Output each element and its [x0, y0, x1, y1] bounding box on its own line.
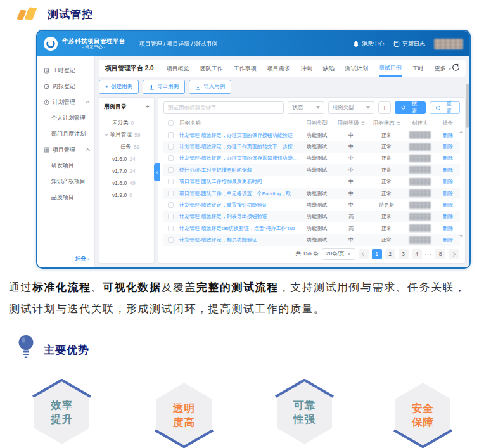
advantage-hex-reliability: 可靠 性强	[274, 379, 335, 445]
creator-avatar	[409, 213, 431, 221]
select-all-checkbox[interactable]	[168, 120, 174, 126]
table-header: 用例名称 用例类型 用例等级 用例状态 创建人 操作	[163, 118, 460, 129]
row-checkbox[interactable]	[168, 202, 174, 208]
tree-node-v180[interactable]: v1.8.049	[103, 177, 151, 189]
collapse-panel-handle[interactable]: ‹	[154, 163, 160, 181]
delete-link[interactable]: 删除	[443, 237, 453, 243]
row-checkbox[interactable]	[168, 191, 174, 196]
delete-link[interactable]: 删除	[443, 144, 453, 150]
row-checkbox[interactable]	[168, 167, 174, 173]
search-button[interactable]: 搜索	[395, 101, 426, 114]
case-name-link[interactable]: 计划管理-绩效评定，翻页功能验证	[179, 236, 300, 243]
sidebar-item-personal-plan[interactable]: 个人计划管理	[37, 110, 94, 126]
sidebar-item-weekly-report[interactable]: 周报登记	[37, 79, 94, 94]
sidebar-item-rd-project[interactable]: 研发项目	[37, 158, 94, 174]
description-paragraph: 通过标准化流程、可视化数据及覆盖完整的测试流程，支持测试用例与需求、任务关联， …	[9, 277, 485, 320]
keyword-input[interactable]	[163, 101, 284, 114]
brand-logo-icon	[44, 37, 58, 51]
delete-link[interactable]: 删除	[443, 179, 453, 184]
sort-icon[interactable]	[397, 121, 400, 125]
next-page-button[interactable]	[449, 249, 459, 259]
row-checkbox[interactable]	[168, 237, 174, 243]
tab-more[interactable]: 更多	[435, 61, 452, 76]
add-filter-button[interactable]: +	[378, 101, 391, 114]
row-checkbox[interactable]	[168, 132, 174, 138]
tree-node-project-management[interactable]: 项目管理59	[103, 129, 151, 141]
page-ellipsis[interactable]: ···	[425, 251, 433, 257]
case-type-select[interactable]: 用例类型	[328, 101, 374, 114]
row-checkbox[interactable]	[168, 214, 174, 219]
import-case-button[interactable]: 导入用例	[189, 80, 231, 94]
add-catalog-button[interactable]: +	[146, 103, 150, 110]
page-button-2[interactable]: 2	[385, 249, 395, 259]
tab-project-overview[interactable]: 项目概览	[167, 61, 189, 76]
case-name-link[interactable]: 计划管理-绩效评定，办理工作页面的转交下一步按钮功能验证	[179, 143, 300, 150]
case-name-link[interactable]: 统计分析-工时登记按照时间倒叙	[179, 167, 300, 174]
export-case-button[interactable]: 导出用例	[143, 80, 185, 94]
row-checkbox[interactable]	[168, 155, 174, 161]
row-checkbox[interactable]	[168, 144, 174, 150]
sidebar-item-plan-management[interactable]: 计划管理	[37, 94, 94, 110]
delete-link[interactable]: 删除	[443, 202, 453, 208]
tree-node-v190[interactable]: v1.9.00	[103, 189, 151, 201]
case-name-link[interactable]: 计划管理-绩效评定，办理页面的保存按钮功能验证	[179, 132, 300, 139]
prev-page-button[interactable]	[359, 249, 369, 259]
page-size-select[interactable]: 20条/页	[322, 248, 355, 260]
bell-icon	[353, 41, 359, 47]
case-toolbar: +创建用例 导出用例 导入用例	[99, 80, 466, 94]
creator-avatar	[409, 189, 431, 197]
case-name-link[interactable]: 计划管理-绩效评定，重置按钮功能验证	[179, 202, 300, 208]
tab-test-cases[interactable]: 测试用例	[379, 60, 402, 77]
changelog-button[interactable]: 更新日志	[393, 40, 425, 48]
plus-icon: +	[105, 84, 108, 90]
search-icon	[401, 105, 407, 111]
tab-hours[interactable]: 工时	[412, 61, 424, 76]
row-checkbox[interactable]	[168, 179, 174, 184]
case-name-link[interactable]: 项目管理-团队工作，单元格设置一个Padding，取消抖动效果。	[179, 190, 300, 197]
page-button-4[interactable]: 4	[412, 249, 422, 259]
sidebar-item-dept-monthly-plan[interactable]: 部门月度计划	[37, 126, 94, 142]
tab-team-work[interactable]: 团队工作	[200, 61, 223, 76]
table-scroll-down-icon[interactable]	[459, 235, 463, 238]
table-scroll-up-icon[interactable]	[459, 131, 463, 133]
delete-link[interactable]: 删除	[443, 191, 453, 196]
case-name-link[interactable]: 计划管理-绩效评定，列表导出按钮验证	[179, 213, 300, 220]
delete-link[interactable]: 删除	[443, 155, 453, 161]
sidebar-item-quality-project[interactable]: 品质项目	[37, 189, 94, 205]
sidebar-item-timesheet[interactable]: 工时登记	[37, 63, 94, 79]
tree-node-tasks[interactable]: 任务59	[103, 141, 151, 153]
sidebar-item-ip-project[interactable]: 知识产权项目	[37, 174, 94, 189]
page-button-8[interactable]: 8	[435, 249, 445, 259]
sort-icon[interactable]	[361, 121, 365, 125]
tab-sprint[interactable]: 冲刺	[301, 61, 312, 76]
sidebar-item-project-management[interactable]: 项目管理	[37, 142, 94, 158]
delete-link[interactable]: 删除	[443, 226, 453, 231]
delete-link[interactable]: 删除	[443, 167, 453, 173]
delete-link[interactable]: 删除	[443, 214, 453, 219]
table-body: 计划管理-绩效评定，办理页面的保存按钮功能验证 功能测试 中 正常 删除 计划管…	[163, 129, 460, 246]
back-button[interactable]	[452, 63, 460, 74]
reset-button[interactable]: 重置	[430, 101, 460, 114]
app-scrollbar[interactable]	[466, 82, 469, 267]
app-screenshot: 华苏科技项目管理平台 - 研发中心 - 项目管理 / 项目详情 / 测试用例 消…	[36, 30, 471, 269]
user-avatar[interactable]	[434, 39, 463, 49]
status-select[interactable]: 状态	[288, 101, 324, 114]
row-checkbox[interactable]	[168, 226, 174, 231]
message-center-button[interactable]: 消息中心	[353, 40, 385, 48]
tab-test-plan[interactable]: 测试计划	[345, 61, 368, 76]
create-case-button[interactable]: +创建用例	[99, 80, 139, 94]
tree-node-uncategorized[interactable]: 未分类0	[103, 117, 151, 129]
sidebar-collapse-button[interactable]: 折叠‹	[75, 255, 89, 263]
case-name-link[interactable]: 计划管理-绩效评定tab切换验证，点击“待办工作”tab	[179, 225, 300, 232]
tab-work-items[interactable]: 工作事项	[234, 61, 257, 76]
delete-link[interactable]: 删除	[443, 132, 453, 138]
page-button-1[interactable]: 1	[372, 249, 382, 259]
table-row: 计划管理-绩效评定，办理页面的保存按钮功能验证 功能测试 中 正常 删除	[163, 129, 460, 141]
tree-node-v160[interactable]: v1.6.024	[103, 153, 151, 165]
case-name-link[interactable]: 计划管理-绩效评定，办理页面的保存返回按钮功能验证	[179, 155, 300, 162]
case-name-link[interactable]: 项目管理-团队工作增加最后更新时间	[179, 178, 300, 185]
tab-defects[interactable]: 缺陷	[323, 61, 335, 76]
tab-requirements[interactable]: 项目需求	[267, 61, 290, 76]
page-button-3[interactable]: 3	[399, 249, 409, 259]
tree-node-v170[interactable]: v1.7.024	[103, 165, 151, 177]
